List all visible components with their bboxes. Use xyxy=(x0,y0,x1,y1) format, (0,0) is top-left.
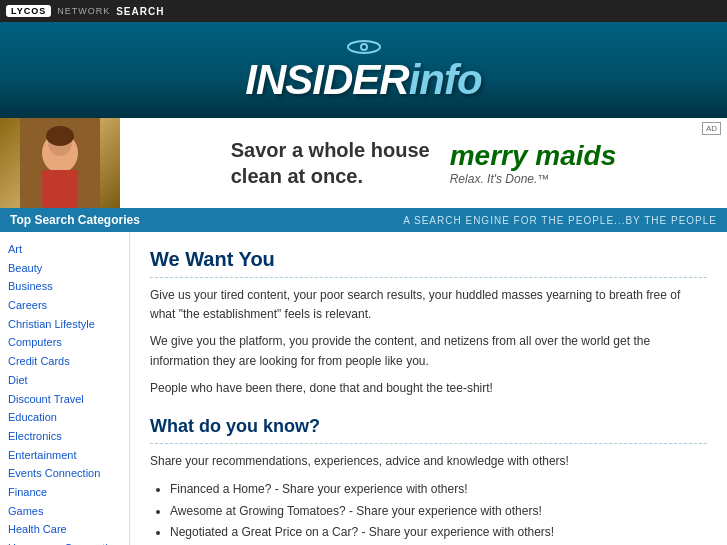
content: We Want You Give us your tired content, … xyxy=(130,232,727,545)
ad-image xyxy=(0,118,120,208)
svg-point-6 xyxy=(46,126,74,146)
sidebar-link[interactable]: Games xyxy=(8,502,121,521)
ad-brand-tagline: Relax. It's Done.™ xyxy=(450,172,617,186)
category-bar-title: Top Search Categories xyxy=(10,213,140,227)
main-layout: ArtBeautyBusinessCareersChristian Lifest… xyxy=(0,232,727,545)
logo-info: info xyxy=(409,56,482,103)
sidebar-link[interactable]: Discount Travel xyxy=(8,390,121,409)
sidebar-link[interactable]: Electronics xyxy=(8,427,121,446)
bullet-item: Financed a Home? - Share your experience… xyxy=(170,479,707,501)
sidebar-link[interactable]: Careers xyxy=(8,296,121,315)
sidebar-link[interactable]: Computers xyxy=(8,333,121,352)
sidebar-link[interactable]: Entertainment xyxy=(8,446,121,465)
topbar: LYCOS NETWORK SEARCH xyxy=(0,0,727,22)
section1-heading: We Want You xyxy=(150,248,707,278)
ad-text-left: Savor a whole house clean at once. xyxy=(231,137,430,189)
lycos-label: LYCOS xyxy=(11,6,46,16)
ad-text-right: merry maids Relax. It's Done.™ xyxy=(450,140,617,186)
topbar-search-label: SEARCH xyxy=(116,6,164,17)
category-bar: Top Search Categories A SEARCH ENGINE FO… xyxy=(0,208,727,232)
logo-eye-icon xyxy=(346,40,382,54)
sidebar-link[interactable]: Christian Lifestyle xyxy=(8,315,121,334)
sidebar: ArtBeautyBusinessCareersChristian Lifest… xyxy=(0,232,130,545)
section2-intro: Share your recommendations, experiences,… xyxy=(150,452,707,471)
sidebar-link[interactable]: Education xyxy=(8,408,121,427)
ad-line1: Savor a whole house xyxy=(231,137,430,163)
sidebar-link[interactable]: Events Connection xyxy=(8,464,121,483)
section1-p1: Give us your tired content, your poor se… xyxy=(150,286,707,324)
sidebar-link[interactable]: Beauty xyxy=(8,259,121,278)
sidebar-link[interactable]: Horoscope Connection xyxy=(8,539,121,545)
section1-p3: People who have been there, done that an… xyxy=(150,379,707,398)
bullet-list: Financed a Home? - Share your experience… xyxy=(170,479,707,545)
ad-line2: clean at once. xyxy=(231,163,430,189)
section1-p2: We give you the platform, you provide th… xyxy=(150,332,707,370)
ad-badge: AD xyxy=(702,122,721,135)
bullet-item: Awesome at Growing Tomatoes? - Share you… xyxy=(170,501,707,523)
sidebar-link[interactable]: Business xyxy=(8,277,121,296)
category-bar-subtitle: A SEARCH ENGINE FOR THE PEOPLE...BY THE … xyxy=(403,215,717,226)
ad-content[interactable]: Savor a whole house clean at once. merry… xyxy=(120,118,727,208)
bullet-item: Negotiated a Great Price on a Car? - Sha… xyxy=(170,522,707,544)
sidebar-link[interactable]: Art xyxy=(8,240,121,259)
sidebar-link[interactable]: Diet xyxy=(8,371,121,390)
ad-person-icon xyxy=(20,118,100,208)
sidebar-link[interactable]: Finance xyxy=(8,483,121,502)
sidebar-link[interactable]: Credit Cards xyxy=(8,352,121,371)
logo: INSIDERinfo xyxy=(0,56,727,104)
svg-rect-7 xyxy=(42,170,78,208)
lycos-badge[interactable]: LYCOS xyxy=(6,5,51,17)
ad-banner[interactable]: Savor a whole house clean at once. merry… xyxy=(0,118,727,208)
lycos-network-label: NETWORK xyxy=(57,6,110,16)
sidebar-link[interactable]: Health Care xyxy=(8,520,121,539)
svg-point-2 xyxy=(362,45,366,49)
section2-heading: What do you know? xyxy=(150,416,707,444)
header: INSIDERinfo xyxy=(0,22,727,118)
logo-insider: INSIDER xyxy=(245,56,408,103)
ad-brand-name: merry maids xyxy=(450,140,617,172)
